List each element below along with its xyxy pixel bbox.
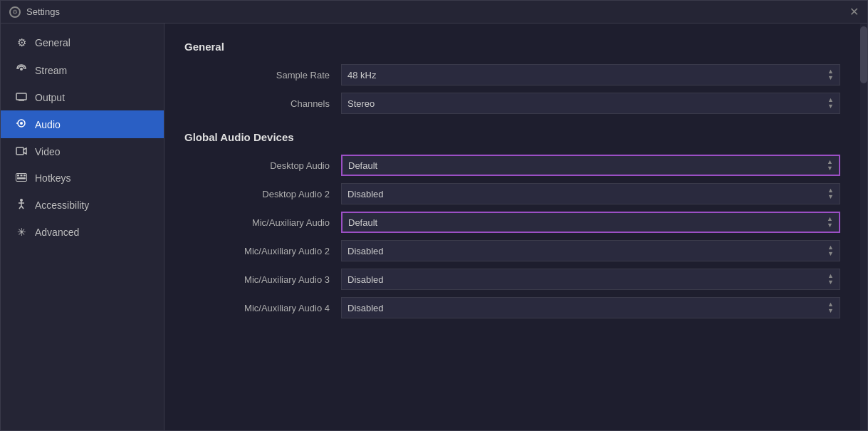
- channels-spinner: ▲▼: [827, 97, 834, 110]
- close-button[interactable]: ✕: [849, 6, 859, 18]
- sidebar-label-stream: Stream: [35, 65, 67, 76]
- mic-audio3-value: Disabled: [347, 274, 384, 285]
- sidebar-item-advanced[interactable]: ✳ Advanced: [1, 219, 164, 246]
- global-audio-title: Global Audio Devices: [184, 131, 840, 143]
- mic-audio4-row: Mic/Auxiliary Audio 4 Disabled ▲▼: [184, 297, 840, 318]
- global-audio-section: Global Audio Devices Desktop Audio Defau…: [184, 131, 840, 318]
- sidebar-item-hotkeys[interactable]: Hotkeys: [1, 165, 164, 191]
- settings-window: ⚙ Settings ✕ ⚙ General: [0, 0, 868, 431]
- mic-audio2-select[interactable]: Disabled ▲▼: [341, 240, 840, 261]
- stream-icon: [15, 63, 28, 77]
- mic-audio3-select[interactable]: Disabled ▲▼: [341, 269, 840, 290]
- titlebar: ⚙ Settings ✕: [1, 1, 867, 24]
- mic-audio4-spinner: ▲▼: [827, 301, 834, 314]
- advanced-icon: ✳: [15, 226, 28, 239]
- desktop-audio-row: Desktop Audio Default ▲▼: [184, 155, 840, 176]
- desktop-audio2-value: Disabled: [347, 189, 384, 199]
- mic-audio3-label: Mic/Auxiliary Audio 3: [184, 274, 341, 285]
- general-section: General Sample Rate 48 kHz ▲▼ Channels S…: [184, 41, 840, 114]
- sidebar-item-video[interactable]: Video: [1, 138, 164, 165]
- mic-audio2-label: Mic/Auxiliary Audio 2: [184, 246, 341, 256]
- svg-line-18: [21, 206, 23, 209]
- mic-audio3-row: Mic/Auxiliary Audio 3 Disabled ▲▼: [184, 269, 840, 290]
- svg-rect-9: [21, 175, 23, 177]
- sidebar-label-accessibility: Accessibility: [35, 199, 89, 211]
- svg-rect-8: [17, 175, 19, 177]
- sidebar-item-output[interactable]: Output: [1, 84, 164, 110]
- mic-audio-spinner: ▲▼: [827, 216, 833, 229]
- desktop-audio-select[interactable]: Default ▲▼: [341, 155, 840, 176]
- channels-select[interactable]: Stereo ▲▼: [341, 93, 840, 114]
- sidebar-item-accessibility[interactable]: Accessibility: [1, 191, 164, 219]
- mic-audio-row: Mic/Auxiliary Audio Default ▲▼: [184, 212, 840, 233]
- mic-audio-label: Mic/Auxiliary Audio: [184, 217, 341, 228]
- titlebar-left: ⚙ Settings: [9, 6, 60, 18]
- mic-audio3-spinner: ▲▼: [827, 273, 834, 286]
- svg-rect-1: [16, 93, 26, 100]
- channels-row: Channels Stereo ▲▼: [184, 93, 840, 114]
- scrollbar-thumb[interactable]: [860, 26, 867, 83]
- general-section-title: General: [184, 41, 840, 53]
- channels-label: Channels: [184, 98, 341, 109]
- channels-value: Stereo: [347, 98, 375, 109]
- svg-point-4: [20, 122, 23, 125]
- general-icon: ⚙: [15, 36, 28, 49]
- svg-rect-12: [19, 177, 24, 180]
- sidebar-label-audio: Audio: [35, 119, 61, 130]
- sample-rate-select[interactable]: 48 kHz ▲▼: [341, 64, 840, 85]
- desktop-audio-label: Desktop Audio: [184, 160, 341, 171]
- sidebar-item-general[interactable]: ⚙ General: [1, 29, 164, 56]
- sidebar-label-output: Output: [35, 92, 65, 103]
- svg-point-0: [20, 68, 23, 71]
- sample-rate-label: Sample Rate: [184, 70, 341, 81]
- output-icon: [15, 91, 28, 103]
- mic-audio2-row: Mic/Auxiliary Audio 2 Disabled ▲▼: [184, 240, 840, 261]
- mic-audio4-value: Disabled: [347, 303, 384, 313]
- sidebar-item-audio[interactable]: Audio: [1, 110, 164, 138]
- desktop-audio2-spinner: ▲▼: [827, 187, 834, 200]
- sidebar-label-general: General: [35, 37, 70, 48]
- accessibility-icon: [15, 198, 28, 212]
- mic-audio-value: Default: [348, 217, 377, 228]
- svg-rect-6: [16, 147, 23, 155]
- desktop-audio-value: Default: [348, 160, 377, 171]
- scrollbar-track[interactable]: [860, 24, 867, 430]
- content-area: ⚙ General Stream: [1, 24, 867, 430]
- video-icon: [15, 145, 28, 157]
- mic-audio4-label: Mic/Auxiliary Audio 4: [184, 303, 341, 313]
- sidebar-label-advanced: Advanced: [35, 227, 79, 238]
- mic-audio2-value: Disabled: [347, 246, 384, 256]
- desktop-audio2-row: Desktop Audio 2 Disabled ▲▼: [184, 183, 840, 204]
- mic-audio-select[interactable]: Default ▲▼: [341, 212, 840, 233]
- audio-icon: [15, 118, 28, 131]
- sidebar-label-hotkeys: Hotkeys: [35, 172, 71, 184]
- svg-point-14: [20, 199, 23, 202]
- desktop-audio2-label: Desktop Audio 2: [184, 189, 341, 199]
- hotkeys-icon: [15, 172, 28, 184]
- sample-rate-value: 48 kHz: [347, 70, 376, 81]
- sidebar: ⚙ General Stream: [1, 24, 164, 430]
- window-title: Settings: [26, 6, 60, 17]
- mic-audio4-select[interactable]: Disabled ▲▼: [341, 297, 840, 318]
- mic-audio2-spinner: ▲▼: [827, 244, 834, 257]
- desktop-audio-spinner: ▲▼: [827, 159, 833, 172]
- app-icon: ⚙: [9, 6, 21, 18]
- sample-rate-spinner: ▲▼: [827, 68, 834, 81]
- svg-rect-13: [23, 177, 26, 180]
- svg-rect-10: [23, 175, 26, 177]
- sample-rate-row: Sample Rate 48 kHz ▲▼: [184, 64, 840, 85]
- sidebar-item-stream[interactable]: Stream: [1, 56, 164, 84]
- desktop-audio2-select[interactable]: Disabled ▲▼: [341, 183, 840, 204]
- sidebar-label-video: Video: [35, 146, 61, 157]
- main-content: General Sample Rate 48 kHz ▲▼ Channels S…: [164, 24, 860, 430]
